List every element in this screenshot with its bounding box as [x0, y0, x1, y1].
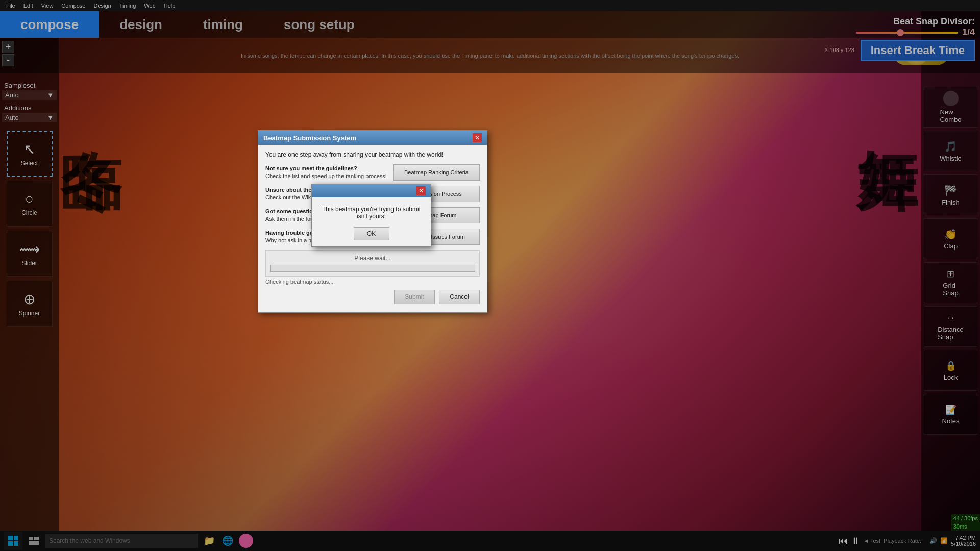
row1-title: Not sure you meet the guidelines?: [265, 165, 388, 172]
progress-text: Please wait...: [270, 255, 475, 262]
error-body: This beatmap you're trying to submit isn…: [312, 197, 431, 246]
modal-footer: Submit Cancel: [265, 290, 480, 306]
error-titlebar: ✕: [312, 184, 431, 197]
modal-overlay: [0, 0, 980, 551]
error-ok-button[interactable]: OK: [354, 227, 389, 240]
row1-subtitle: Check the list and speed up the ranking …: [265, 172, 388, 180]
submission-close-button[interactable]: ✕: [473, 133, 482, 142]
ranking-criteria-button[interactable]: Beatmap Ranking Criteria: [393, 164, 480, 181]
progress-area: Please wait...: [265, 250, 480, 277]
progress-bar: [270, 265, 475, 272]
submission-intro: You are one step away from sharing your …: [265, 151, 480, 158]
submission-row-1: Not sure you meet the guidelines? Check …: [265, 164, 480, 181]
cancel-button[interactable]: Cancel: [439, 290, 480, 304]
error-message: This beatmap you're trying to submit isn…: [319, 206, 424, 220]
submission-title: Beatmap Submission System: [263, 134, 356, 142]
submit-button[interactable]: Submit: [394, 290, 435, 304]
error-dialog: ✕ This beatmap you're trying to submit i…: [311, 184, 431, 247]
status-text: Checking beatmap status...: [265, 279, 480, 285]
error-close-button[interactable]: ✕: [416, 186, 426, 195]
submission-titlebar: Beatmap Submission System ✕: [258, 131, 487, 145]
